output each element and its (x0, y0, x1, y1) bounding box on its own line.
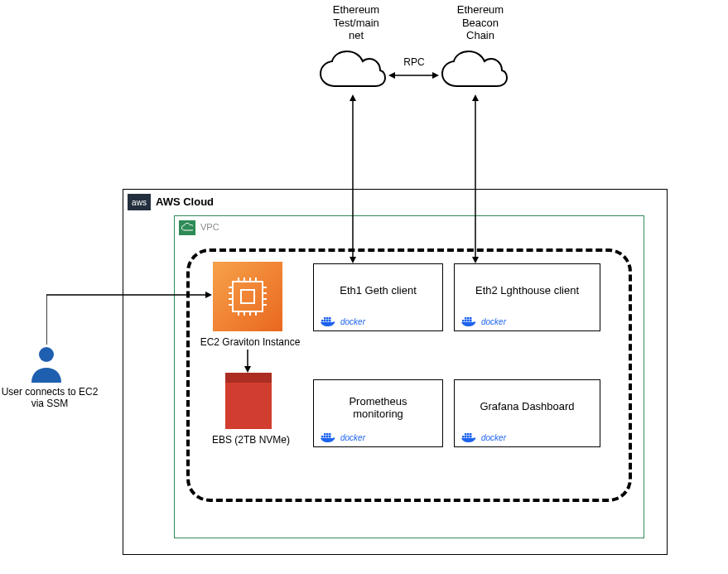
grafana-label: Grafana Dashboard (455, 400, 600, 412)
svg-marker-53 (350, 257, 356, 263)
arrow-cloud-geth (348, 94, 358, 263)
docker-badge-geth: docker (321, 316, 365, 327)
cloud-ethereum-main-icon (317, 50, 388, 94)
svg-rect-29 (329, 317, 331, 320)
arrow-user-ec2 (46, 292, 212, 348)
svg-rect-27 (324, 317, 326, 320)
arrow-ec2-ebs (243, 350, 253, 373)
svg-rect-28 (326, 317, 329, 320)
docker-label: docker (340, 433, 365, 442)
ec2-label: EC2 Graviton Instance (196, 336, 304, 348)
docker-label: docker (481, 433, 506, 442)
prometheus-label: Prometheus monitoring (314, 395, 442, 420)
docker-label: docker (481, 317, 506, 326)
docker-badge-grafana: docker (461, 432, 506, 443)
rpc-label: RPC (402, 56, 427, 68)
svg-marker-52 (350, 94, 356, 101)
grafana-box: Grafana Dashboard docker (454, 379, 600, 447)
user-label: User connects to EC2 via SSM (0, 386, 99, 410)
svg-marker-56 (472, 257, 479, 263)
svg-rect-25 (326, 320, 329, 322)
docker-icon (461, 432, 478, 443)
svg-rect-3 (233, 282, 263, 311)
svg-rect-44 (462, 436, 465, 438)
aws-cloud-label: AWS Cloud (156, 195, 214, 209)
svg-point-57 (39, 347, 54, 362)
svg-marker-2 (432, 72, 439, 79)
svg-rect-23 (321, 320, 324, 322)
vpc-label: VPC (200, 222, 219, 233)
svg-marker-1 (388, 72, 395, 79)
architecture-diagram: Ethereum Test/main net Ethereum Beacon C… (0, 0, 728, 574)
ebs-label: EBS (2TB NVMe) (205, 434, 297, 446)
svg-rect-30 (462, 320, 465, 322)
lighthouse-client-label: Eth2 Lghthouse client (455, 284, 600, 297)
svg-rect-36 (470, 317, 472, 320)
svg-rect-37 (321, 436, 324, 438)
svg-rect-31 (465, 320, 467, 322)
svg-rect-26 (329, 320, 331, 322)
docker-badge-lighthouse: docker (461, 316, 506, 327)
svg-marker-22 (244, 366, 251, 373)
prometheus-box: Prometheus monitoring docker (313, 379, 443, 447)
ec2-graviton-icon (213, 262, 282, 331)
svg-rect-42 (326, 433, 329, 436)
svg-rect-38 (324, 436, 326, 438)
arrow-cloud-lighthouse (470, 94, 480, 263)
geth-client-box: Eth1 Geth client docker (313, 263, 443, 331)
geth-client-label: Eth1 Geth client (314, 284, 442, 297)
svg-rect-4 (241, 290, 254, 303)
svg-rect-45 (465, 436, 467, 438)
svg-rect-43 (329, 433, 331, 436)
docker-icon (461, 316, 478, 327)
svg-rect-40 (329, 436, 331, 438)
svg-rect-33 (470, 320, 472, 322)
svg-rect-50 (470, 433, 472, 436)
svg-marker-55 (472, 94, 479, 101)
vpc-icon (179, 220, 195, 235)
docker-label: docker (340, 317, 365, 326)
svg-rect-24 (324, 320, 326, 322)
svg-rect-46 (467, 436, 470, 438)
svg-rect-49 (467, 433, 470, 436)
svg-rect-32 (467, 320, 470, 322)
docker-icon (321, 316, 337, 327)
docker-icon (321, 432, 337, 443)
ethereum-beacon-label: Ethereum Beacon Chain (439, 3, 522, 42)
aws-logo-icon: aws (128, 194, 151, 210)
lighthouse-client-box: Eth2 Lghthouse client docker (454, 263, 600, 331)
ebs-icon (225, 383, 272, 429)
vpc-tag: VPC (179, 220, 219, 235)
docker-badge-prometheus: docker (321, 432, 365, 443)
ethereum-main-label: Ethereum Test/main net (315, 3, 398, 42)
svg-rect-48 (465, 433, 467, 436)
svg-rect-35 (467, 317, 470, 320)
svg-rect-47 (470, 436, 472, 438)
rpc-arrow (388, 70, 439, 81)
cloud-ethereum-beacon-icon (439, 50, 510, 94)
svg-rect-41 (324, 433, 326, 436)
svg-rect-34 (465, 317, 467, 320)
user-icon (28, 345, 65, 383)
svg-rect-39 (326, 436, 329, 438)
aws-cloud-tag: aws AWS Cloud (128, 194, 214, 210)
svg-marker-58 (205, 292, 212, 298)
